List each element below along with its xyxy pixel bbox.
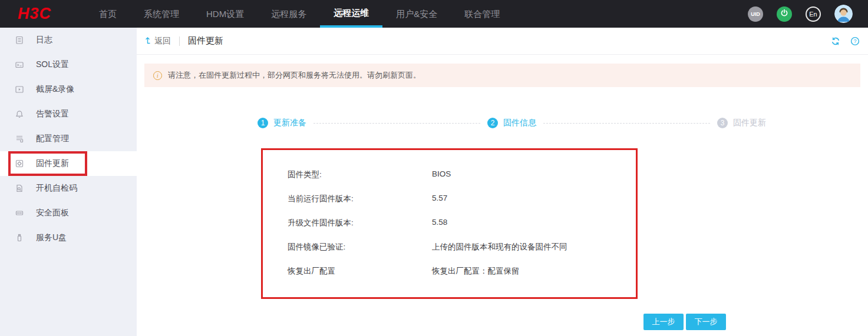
firmware-info-panel: 固件类型: BIOS 当前运行固件版本: 5.57 升级文件固件版本: 5.58…: [261, 148, 638, 299]
detail-value: 上传的固件版本和现有的设备固件不同: [432, 242, 624, 252]
refresh-icon[interactable]: [831, 36, 840, 46]
header-actions: ?: [831, 36, 860, 46]
usb-icon: [14, 233, 24, 243]
step-connector: [543, 123, 710, 124]
nav-tab-home[interactable]: 首页: [85, 0, 130, 28]
sidebar-item-firmware-update[interactable]: 固件更新: [0, 151, 137, 176]
detail-value: BIOS: [432, 169, 624, 180]
header-divider: [179, 36, 180, 46]
sidebar-item-sol[interactable]: SOL设置: [0, 52, 137, 77]
nav-tab-remote-service[interactable]: 远程服务: [258, 0, 320, 28]
nav-tab-system[interactable]: 系统管理: [130, 0, 193, 28]
detail-row-firmware-type: 固件类型: BIOS: [288, 169, 624, 180]
sidebar-item-alarm[interactable]: 告警设置: [0, 102, 137, 127]
nav-tab-user-security[interactable]: 用户&安全: [382, 0, 451, 28]
page-title: 固件更新: [188, 35, 223, 46]
sidebar-item-label: 服务U盘: [36, 232, 67, 243]
log-icon: [14, 35, 24, 45]
detail-row-current-version: 当前运行固件版本: 5.57: [288, 194, 624, 204]
svg-text:?: ?: [853, 38, 856, 44]
sidebar-item-label: 安全面板: [36, 208, 69, 218]
post-code-icon: [14, 184, 24, 194]
stepper: 1 更新准备 2 固件信息 3 固件更新: [258, 118, 766, 128]
nav-tab-hdm[interactable]: HDM设置: [193, 0, 258, 28]
firmware-icon: [14, 159, 24, 169]
sidebar-item-service-usb[interactable]: 服务U盘: [0, 225, 137, 250]
security-panel-icon: [14, 208, 24, 218]
detail-value: 5.57: [432, 194, 624, 204]
sidebar-item-label: 告警设置: [36, 109, 69, 119]
help-icon[interactable]: ?: [850, 36, 860, 46]
power-icon: [780, 9, 788, 19]
notice-banner: i 请注意，在固件更新过程中，部分网页和服务将无法使用。请勿刷新页面。: [144, 64, 860, 87]
step-firmware-info: 2 固件信息: [487, 118, 536, 128]
detail-label: 固件类型:: [288, 169, 432, 180]
previous-step-button[interactable]: 上一步: [643, 314, 684, 330]
step-label: 固件更新: [733, 118, 766, 128]
h3c-logo[interactable]: H3C: [18, 0, 51, 28]
config-icon: [14, 134, 24, 144]
sidebar-item-label: 开机自检码: [36, 183, 77, 194]
sidebar-item-label: 固件更新: [36, 158, 69, 169]
alarm-icon: [14, 109, 24, 119]
back-label: 返回: [154, 36, 171, 46]
language-badge[interactable]: En: [806, 6, 821, 22]
sidebar-item-config[interactable]: 配置管理: [0, 127, 137, 151]
sidebar-item-label: 日志: [36, 35, 52, 45]
sidebar-item-log[interactable]: 日志: [0, 28, 137, 52]
info-icon: i: [153, 71, 162, 80]
power-button[interactable]: [777, 6, 792, 22]
detail-label: 升级文件固件版本:: [288, 218, 432, 228]
step-label: 固件信息: [503, 118, 536, 128]
back-button[interactable]: 返回: [145, 36, 171, 46]
sidebar-item-label: 配置管理: [36, 134, 69, 144]
back-arrow-icon: [145, 36, 151, 46]
detail-row-image-verified: 固件镜像已验证: 上传的固件版本和现有的设备固件不同: [288, 242, 624, 252]
step-label: 更新准备: [273, 118, 306, 128]
sidebar-item-post-code[interactable]: 开机自检码: [0, 176, 137, 201]
detail-value: 恢复出厂配置：配置保留: [432, 266, 624, 277]
screen-record-icon: [14, 85, 24, 95]
detail-row-factory-reset: 恢复出厂配置 恢复出厂配置：配置保留: [288, 266, 624, 277]
notice-text: 请注意，在固件更新过程中，部分网页和服务将无法使用。请勿刷新页面。: [168, 70, 421, 81]
page-header: 返回 固件更新 ?: [137, 28, 868, 55]
detail-label: 固件镜像已验证:: [288, 242, 432, 252]
main-content: 返回 固件更新 ? i 请注意，在固件更新过程中，部分网页和服务将无法使用。请勿…: [137, 28, 868, 336]
top-navbar: H3C 首页 系统管理 HDM设置 远程服务 远程运维 用户&安全 联合管理 U…: [0, 0, 868, 28]
detail-label: 当前运行固件版本:: [288, 194, 432, 204]
step-number: 2: [487, 118, 498, 128]
nav-tab-federation[interactable]: 联合管理: [451, 0, 513, 28]
sidebar-item-label: SOL设置: [36, 59, 69, 70]
uid-badge[interactable]: UID: [748, 6, 763, 22]
step-connector: [313, 123, 480, 124]
sidebar-item-screen-record[interactable]: 截屏&录像: [0, 77, 137, 102]
detail-label: 恢复出厂配置: [288, 266, 432, 277]
avatar[interactable]: [834, 5, 853, 23]
sidebar-item-label: 截屏&录像: [36, 84, 74, 95]
step-number: 1: [258, 118, 268, 128]
navbar-right: UID En: [748, 0, 853, 28]
sol-icon: [14, 60, 24, 70]
sidebar-item-security-panel[interactable]: 安全面板: [0, 201, 137, 225]
step-update-prepare: 1 更新准备: [258, 118, 306, 128]
step-firmware-update: 3 固件更新: [717, 118, 766, 128]
step-number: 3: [717, 118, 728, 128]
nav-tab-remote-ops[interactable]: 远程运维: [320, 0, 382, 28]
next-step-button[interactable]: 下一步: [686, 314, 726, 330]
detail-row-upgrade-version: 升级文件固件版本: 5.58: [288, 218, 624, 228]
nav-tabs: 首页 系统管理 HDM设置 远程服务 远程运维 用户&安全 联合管理: [85, 0, 513, 28]
wizard-actions: 上一步 下一步: [643, 314, 868, 330]
sidebar: 日志 SOL设置 截屏&录像 告警设置 配置管理 固件更新 开机自: [0, 28, 137, 336]
detail-value: 5.58: [432, 218, 624, 228]
